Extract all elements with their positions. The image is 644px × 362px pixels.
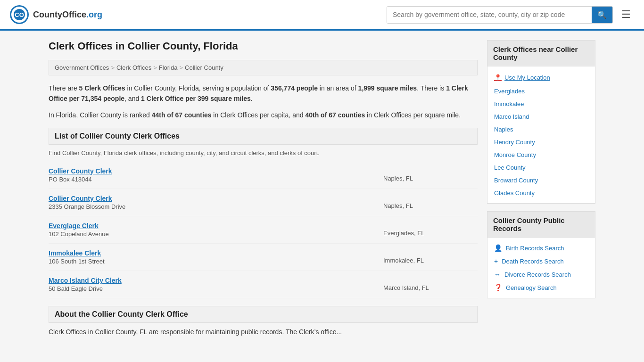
office-location-3: Immokalee, FL bbox=[383, 249, 478, 265]
public-records-item-1: + Death Records Search bbox=[487, 255, 595, 268]
breadcrumb-clerk-offices[interactable]: Clerk Offices bbox=[116, 64, 151, 71]
office-name-2[interactable]: Everglage Clerk bbox=[49, 222, 383, 230]
content-area: Clerk Offices in Collier County, Florida… bbox=[49, 40, 478, 343]
office-name-1[interactable]: Collier County Clerk bbox=[49, 195, 383, 202]
about-section-header: About the Collier County Clerk Office bbox=[49, 306, 478, 323]
office-name-0[interactable]: Collier County Clerk bbox=[49, 167, 383, 175]
nearby-item-6: Lee County bbox=[487, 161, 595, 174]
svg-text:CO: CO bbox=[15, 11, 24, 18]
public-records-icon-0: 👤 bbox=[494, 244, 502, 252]
office-address-3: 106 South 1st Street bbox=[49, 258, 383, 265]
nearby-item-1: Immokalee bbox=[487, 98, 595, 110]
public-records-link-1[interactable]: Death Records Search bbox=[502, 258, 564, 265]
sidebar: Clerk Offices near Collier County 📍 Use … bbox=[487, 40, 595, 343]
rank-capita: 44th of 67 counties bbox=[152, 111, 212, 119]
public-records-item-2: ↔ Divorce Records Search bbox=[487, 268, 595, 281]
population: 356,774 people bbox=[271, 84, 318, 92]
nearby-item-8: Glades County bbox=[487, 187, 595, 199]
use-location[interactable]: 📍 Use My Location bbox=[487, 70, 595, 85]
info-paragraph-2: In Florida, Collier County is ranked 44t… bbox=[49, 110, 478, 120]
nearby-link-5[interactable]: Monroe County bbox=[494, 151, 536, 158]
breadcrumb-sep-3: > bbox=[179, 64, 183, 71]
location-pin-icon: 📍 bbox=[494, 74, 502, 81]
logo-text: CountyOffice.org bbox=[33, 10, 102, 20]
office-item: Immokalee Clerk 106 South 1st Street Imm… bbox=[49, 244, 478, 271]
breadcrumb: Government Offices > Clerk Offices > Flo… bbox=[49, 60, 478, 75]
public-records-icon-3: ❓ bbox=[494, 284, 502, 291]
nearby-link-7[interactable]: Broward County bbox=[494, 177, 538, 184]
nearby-link-3[interactable]: Naples bbox=[494, 126, 513, 133]
nearby-link-0[interactable]: Everglades bbox=[494, 88, 525, 95]
office-name-4[interactable]: Marco Island City Clerk bbox=[49, 277, 383, 284]
nearby-section: Clerk Offices near Collier County 📍 Use … bbox=[487, 40, 595, 204]
nearby-link-8[interactable]: Glades County bbox=[494, 189, 535, 197]
office-item: Marco Island City Clerk 50 Bald Eagle Dr… bbox=[49, 271, 478, 298]
list-description: Find Collier County, Florida clerk offic… bbox=[49, 148, 478, 158]
hamburger-button[interactable]: ☰ bbox=[618, 7, 635, 23]
public-records-section: Collier County Public Records 👤 Birth Re… bbox=[487, 211, 595, 298]
public-records-item-3: ❓ Genealogy Search bbox=[487, 281, 595, 294]
header: CO CountyOffice.org 🔍 ☰ bbox=[0, 0, 644, 31]
office-item: Everglage Clerk 102 Copeland Avenue Ever… bbox=[49, 216, 478, 244]
info-paragraph-1: There are 5 Clerk Offices in Collier Cou… bbox=[49, 83, 478, 104]
area: 1,999 square miles bbox=[358, 84, 417, 92]
per-sqmile: 1 Clerk Office per 399 square miles bbox=[141, 95, 251, 102]
office-info: Everglage Clerk 102 Copeland Avenue bbox=[49, 222, 383, 238]
office-info: Collier County Clerk PO Box 413044 bbox=[49, 167, 383, 183]
office-item: Collier County Clerk 2335 Orange Blossom… bbox=[49, 189, 478, 216]
public-records-link-0[interactable]: Birth Records Search bbox=[506, 245, 564, 252]
public-records-header: Collier County Public Records bbox=[487, 212, 595, 238]
public-records-link-2[interactable]: Divorce Records Search bbox=[504, 271, 571, 278]
breadcrumb-government-offices[interactable]: Government Offices bbox=[55, 64, 109, 71]
nearby-item-7: Broward County bbox=[487, 174, 595, 187]
breadcrumb-sep-2: > bbox=[153, 64, 157, 71]
nearby-section-body: 📍 Use My Location EvergladesImmokaleeMar… bbox=[487, 66, 595, 203]
search-bar[interactable]: 🔍 bbox=[387, 6, 613, 24]
clerk-count: 5 Clerk Offices bbox=[79, 84, 125, 92]
nearby-item-3: Naples bbox=[487, 123, 595, 136]
search-button[interactable]: 🔍 bbox=[592, 7, 612, 23]
office-name-3[interactable]: Immokalee Clerk bbox=[49, 249, 383, 257]
public-records-icon-2: ↔ bbox=[494, 271, 501, 278]
office-info: Marco Island City Clerk 50 Bald Eagle Dr… bbox=[49, 277, 383, 292]
office-address-1: 2335 Orange Blossom Drive bbox=[49, 203, 383, 210]
public-records-icon-1: + bbox=[494, 257, 498, 265]
list-section-header: List of Collier County Clerk Offices bbox=[49, 128, 478, 145]
office-address-0: PO Box 413044 bbox=[49, 176, 383, 183]
public-records-item-0: 👤 Birth Records Search bbox=[487, 241, 595, 255]
office-info: Collier County Clerk 2335 Orange Blossom… bbox=[49, 195, 383, 210]
public-records-link-3[interactable]: Genealogy Search bbox=[506, 284, 557, 291]
header-right: 🔍 ☰ bbox=[387, 6, 635, 24]
logo-icon: CO bbox=[9, 5, 29, 25]
search-input[interactable] bbox=[387, 7, 592, 23]
nearby-link-2[interactable]: Marco Island bbox=[494, 113, 529, 120]
office-address-2: 102 Copeland Avenue bbox=[49, 230, 383, 238]
breadcrumb-collier-county[interactable]: Collier County bbox=[185, 64, 223, 71]
office-item: Collier County Clerk PO Box 413044 Naple… bbox=[49, 162, 478, 189]
office-address-4: 50 Bald Eagle Drive bbox=[49, 285, 383, 292]
search-icon: 🔍 bbox=[597, 11, 607, 19]
nearby-item-0: Everglades bbox=[487, 85, 595, 98]
nearby-link-1[interactable]: Immokalee bbox=[494, 100, 524, 107]
breadcrumb-florida[interactable]: Florida bbox=[159, 64, 178, 71]
office-location-1: Naples, FL bbox=[383, 195, 478, 210]
main-container: Clerk Offices in Collier County, Florida… bbox=[39, 31, 605, 352]
logo-area: CO CountyOffice.org bbox=[9, 5, 102, 25]
page-title: Clerk Offices in Collier County, Florida bbox=[49, 40, 478, 52]
office-list: Collier County Clerk PO Box 413044 Naple… bbox=[49, 162, 478, 298]
public-records-body: 👤 Birth Records Search + Death Records S… bbox=[487, 238, 595, 298]
office-location-4: Marco Island, FL bbox=[383, 277, 478, 292]
office-location-2: Everglades, FL bbox=[383, 222, 478, 238]
nearby-section-header: Clerk Offices near Collier County bbox=[487, 41, 595, 66]
use-location-label[interactable]: Use My Location bbox=[504, 74, 550, 81]
office-info: Immokalee Clerk 106 South 1st Street bbox=[49, 249, 383, 265]
breadcrumb-sep-1: > bbox=[111, 64, 115, 71]
rank-sqmile: 40th of 67 counties bbox=[305, 111, 365, 119]
nearby-link-4[interactable]: Hendry County bbox=[494, 139, 535, 146]
hamburger-icon: ☰ bbox=[621, 8, 631, 20]
nearby-link-6[interactable]: Lee County bbox=[494, 164, 526, 171]
nearby-item-5: Monroe County bbox=[487, 148, 595, 161]
office-location-0: Naples, FL bbox=[383, 167, 478, 183]
nearby-item-2: Marco Island bbox=[487, 110, 595, 123]
nearby-item-4: Hendry County bbox=[487, 136, 595, 148]
